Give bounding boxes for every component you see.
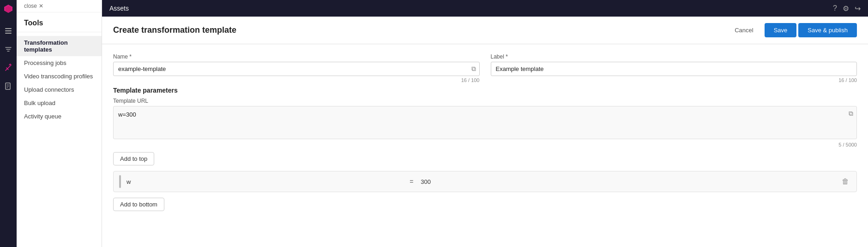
name-copy-icon[interactable]: ⧉ — [471, 65, 476, 73]
top-bar-icons: ? ⚙ ↪ — [833, 4, 861, 13]
name-field: Name * ⧉ 16 / 100 — [113, 53, 480, 83]
svg-rect-2 — [5, 28, 12, 29]
settings-icon[interactable]: ⚙ — [843, 4, 849, 13]
content-area: Create transformation template Cancel Sa… — [102, 17, 868, 247]
template-params-title: Template parameters — [113, 87, 857, 94]
param-row: = 🗑 — [113, 171, 857, 192]
template-url-area-wrap: ⧉ — [113, 106, 857, 141]
nav-book-icon[interactable] — [3, 81, 14, 92]
template-url-copy-icon[interactable]: ⧉ — [849, 110, 853, 118]
name-char-count: 16 / 100 — [113, 77, 480, 83]
label-label: Label * — [491, 53, 857, 60]
form-title: Create transformation template — [113, 25, 727, 35]
template-url-label: Template URL — [113, 98, 857, 104]
page-title: Assets — [109, 5, 129, 12]
cancel-button[interactable]: Cancel — [727, 23, 760, 37]
sidebar-item-processing-jobs[interactable]: Processing jobs — [17, 56, 102, 70]
label-field: Label * 16 / 100 — [491, 53, 857, 83]
sidebar-item-bulk-upload[interactable]: Bulk upload — [17, 96, 102, 110]
form-header: Create transformation template Cancel Sa… — [102, 17, 868, 44]
save-button[interactable]: Save — [765, 23, 797, 37]
sidebar-close-button[interactable]: close ✕ — [17, 0, 102, 12]
param-value-input[interactable] — [419, 176, 836, 187]
sidebar-item-video-transcoding-profiles[interactable]: Video transcoding profiles — [17, 70, 102, 83]
add-to-bottom-button[interactable]: Add to bottom — [113, 198, 164, 211]
template-url-char-count: 5 / 5000 — [113, 142, 857, 147]
logo-icon — [3, 4, 13, 16]
svg-rect-3 — [5, 30, 12, 31]
main-area: Assets ? ⚙ ↪ Create transformation templ… — [102, 0, 868, 247]
nav-filter-icon[interactable] — [3, 44, 14, 55]
label-input-wrap — [491, 62, 857, 76]
name-input-wrap: ⧉ — [113, 62, 480, 76]
nav-tools-icon[interactable] — [3, 62, 14, 73]
label-char-count: 16 / 100 — [491, 77, 857, 83]
param-delete-icon[interactable]: 🗑 — [840, 176, 851, 187]
sidebar: close ✕ Tools Transformation templates P… — [17, 0, 102, 247]
label-input[interactable] — [491, 62, 857, 76]
top-bar: Assets ? ⚙ ↪ — [102, 0, 868, 17]
param-key-input[interactable] — [125, 176, 404, 187]
close-icon: ✕ — [39, 3, 43, 9]
help-icon[interactable]: ? — [833, 4, 837, 13]
form-body: Name * ⧉ 16 / 100 Label * 16 / 100 Templ — [102, 44, 868, 247]
name-label-row: Name * ⧉ 16 / 100 Label * 16 / 100 — [113, 53, 857, 83]
nav-rail — [0, 0, 17, 247]
name-label: Name * — [113, 53, 480, 60]
add-to-top-button[interactable]: Add to top — [113, 152, 154, 165]
name-input[interactable] — [113, 62, 480, 76]
sidebar-item-transformation-templates[interactable]: Transformation templates — [17, 36, 102, 56]
close-label: close — [24, 3, 37, 9]
sidebar-nav: Transformation templates Processing jobs… — [17, 32, 102, 127]
svg-rect-4 — [5, 33, 12, 34]
sidebar-item-activity-queue[interactable]: Activity queue — [17, 110, 102, 123]
param-equals-sign: = — [408, 178, 415, 185]
logout-icon[interactable]: ↪ — [855, 4, 861, 13]
save-publish-button[interactable]: Save & publish — [798, 23, 857, 37]
sidebar-item-upload-connectors[interactable]: Upload connectors — [17, 83, 102, 96]
nav-layers-icon[interactable] — [3, 25, 14, 36]
sidebar-title: Tools — [17, 12, 102, 32]
param-drag-handle[interactable] — [119, 175, 121, 188]
template-url-textarea[interactable] — [113, 106, 857, 139]
